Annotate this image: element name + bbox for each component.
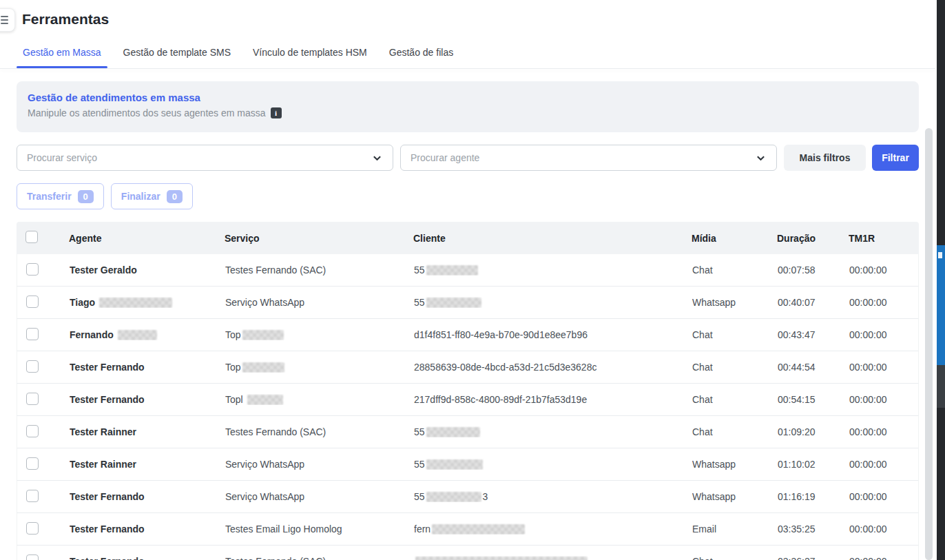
cell-service: Testes Fernando (SAC) xyxy=(225,265,414,276)
chevron-down-icon xyxy=(373,154,382,163)
cell-agent: Tester Fernando xyxy=(70,491,225,502)
row-checkbox-cell xyxy=(17,328,70,342)
cell-client: 55 xyxy=(414,265,692,276)
row-checkbox[interactable] xyxy=(26,425,39,437)
cell-text: Tester Geraldo xyxy=(70,265,137,276)
cell-duration: 01:09:20 xyxy=(778,426,849,437)
tabs-divider xyxy=(0,68,935,69)
table-row: Tester FernandoTestes Email Ligo Homolog… xyxy=(17,513,919,546)
row-checkbox[interactable] xyxy=(26,457,39,470)
banner-subtitle: Manipule os atendimentos dos seus agente… xyxy=(28,107,266,118)
background-window-sliver xyxy=(937,0,945,560)
cell-tm1r: 00:00:00 xyxy=(849,329,918,340)
cell-text: 3 xyxy=(483,491,488,502)
cell-service: Top xyxy=(225,362,414,373)
row-checkbox[interactable] xyxy=(26,328,39,340)
tab-bar: Gestão em Massa Gestão de template SMS V… xyxy=(17,43,459,68)
select-all-checkbox[interactable] xyxy=(25,231,38,243)
sidebar-toggle-button[interactable] xyxy=(0,8,15,32)
table-row: Tester FernandoServiço WhatsApp553Whatsa… xyxy=(17,481,919,513)
info-icon[interactable]: i xyxy=(271,107,282,118)
tab-gestao-em-massa[interactable]: Gestão em Massa xyxy=(17,43,107,68)
cell-client: d1f4f851-ff80-4e9a-b70e-90d1e8ee7b96 xyxy=(414,329,692,340)
cell-text: Tester Rainner xyxy=(70,459,136,470)
ferramentas-page: Ferramentas Gestão em Massa Gestão de te… xyxy=(0,0,945,560)
filter-button[interactable]: Filtrar xyxy=(872,145,919,171)
cell-media: Whatsapp xyxy=(692,297,778,308)
cell-media: Whatsapp xyxy=(692,491,778,502)
redacted-text xyxy=(247,395,283,405)
cell-media: Chat xyxy=(692,362,778,373)
transfer-button-label: Transferir xyxy=(27,191,72,202)
cell-tm1r: 00:00:00 xyxy=(849,426,918,437)
row-checkbox[interactable] xyxy=(26,263,39,276)
cell-duration: 00:40:07 xyxy=(778,297,849,308)
cell-tm1r: 00:00:00 xyxy=(849,556,918,560)
cell-duration: 01:16:19 xyxy=(778,491,849,502)
redacted-text xyxy=(426,492,481,502)
cell-text: 55 xyxy=(414,265,425,276)
column-header-agent: Agente xyxy=(69,233,225,244)
bulk-actions: Transferir 0 Finalizar 0 xyxy=(17,183,193,209)
row-checkbox[interactable] xyxy=(26,295,39,308)
tab-vinculo-de-templates-hsm[interactable]: Vínculo de templates HSM xyxy=(247,43,373,68)
banner-title: Gestão de atendimentos em massa xyxy=(28,92,908,103)
cell-service: Top xyxy=(225,329,414,340)
cell-agent: Tester Rainner xyxy=(70,459,225,470)
cell-text: 28858639-08de-4bcd-a53d-21c5d3e3628c xyxy=(414,362,596,373)
cell-tm1r: 00:00:00 xyxy=(849,265,918,276)
tab-gestao-de-filas[interactable]: Gestão de filas xyxy=(383,43,459,68)
redacted-text xyxy=(415,557,588,560)
row-checkbox-cell xyxy=(17,457,70,472)
cell-text: Tester Fernando xyxy=(70,523,145,535)
transfer-button[interactable]: Transferir 0 xyxy=(17,183,104,209)
cell-text: Tester Fernando xyxy=(70,362,145,373)
redacted-text xyxy=(426,459,483,470)
vertical-scrollbar[interactable] xyxy=(925,128,933,560)
redacted-text xyxy=(99,298,172,308)
cell-service: Topl xyxy=(225,394,414,405)
cell-duration: 03:35:25 xyxy=(778,523,849,535)
cell-text: Testes Fernando (SAC) xyxy=(225,426,326,437)
service-select[interactable]: Procurar serviço xyxy=(17,145,393,171)
row-checkbox[interactable] xyxy=(26,490,39,502)
cell-text: Tester Fernando xyxy=(70,491,145,502)
cell-service: Serviço WhatsApp xyxy=(225,297,414,308)
cell-tm1r: 00:00:00 xyxy=(849,459,918,470)
agent-select-placeholder: Procurar agente xyxy=(411,152,479,163)
column-header-client: Cliente xyxy=(413,233,692,244)
row-checkbox-cell xyxy=(17,295,70,310)
cell-service: Testes Fernando (SAC) xyxy=(225,556,414,560)
cell-client: 55 xyxy=(414,426,692,437)
row-checkbox[interactable] xyxy=(26,393,39,405)
menu-icon xyxy=(1,16,8,24)
cell-text: Tester Fernando xyxy=(70,556,145,560)
cell-duration: 03:36:27 xyxy=(778,556,849,560)
cell-text: Serviço WhatsApp xyxy=(225,297,304,308)
page-title: Ferramentas xyxy=(22,11,109,28)
cell-duration: 00:43:47 xyxy=(778,329,849,340)
table-row: Tester FernandoTop28858639-08de-4bcd-a53… xyxy=(17,351,919,384)
cell-media: Email xyxy=(692,523,778,535)
table-body: Tester GeraldoTestes Fernando (SAC)55Cha… xyxy=(17,254,919,560)
cell-agent: Tiago xyxy=(70,297,225,308)
row-checkbox-cell xyxy=(17,425,70,439)
more-filters-button[interactable]: Mais filtros xyxy=(784,145,866,171)
cell-service: Testes Fernando (SAC) xyxy=(225,426,414,437)
cell-text: fern xyxy=(414,523,430,535)
row-checkbox[interactable] xyxy=(26,522,39,535)
cell-text: 55 xyxy=(414,426,425,437)
transfer-count-badge: 0 xyxy=(78,190,94,203)
table-row: Fernando Topd1f4f851-ff80-4e9a-b70e-90d1… xyxy=(17,319,919,351)
column-header-tm1r: TM1R xyxy=(849,233,919,244)
row-checkbox[interactable] xyxy=(26,360,39,373)
tab-gestao-de-template-sms[interactable]: Gestão de template SMS xyxy=(117,43,237,68)
cell-text: d1f4f851-ff80-4e9a-b70e-90d1e8ee7b96 xyxy=(414,329,588,340)
redacted-text xyxy=(242,330,284,340)
row-checkbox[interactable] xyxy=(26,554,39,560)
agent-select[interactable]: Procurar agente xyxy=(400,145,777,171)
row-checkbox-cell xyxy=(17,554,70,560)
cell-text: Tester Fernando xyxy=(70,394,145,405)
finalize-button[interactable]: Finalizar 0 xyxy=(111,183,193,209)
column-header-service: Serviço xyxy=(225,233,413,244)
